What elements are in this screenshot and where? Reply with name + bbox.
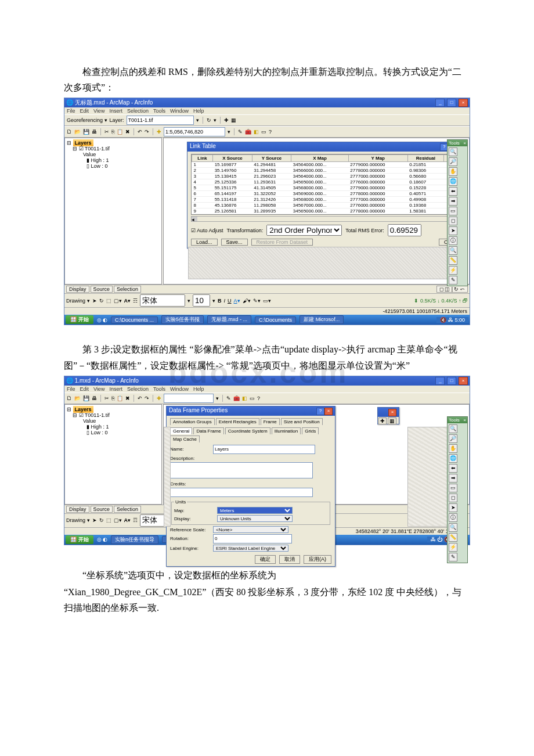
- scale-field[interactable]: [164, 394, 214, 403]
- identify-icon[interactable]: ⓘ: [449, 236, 457, 245]
- new-icon[interactable]: 🗋: [67, 129, 72, 135]
- hyperlink-icon[interactable]: ⚡: [449, 266, 457, 275]
- minimize-button[interactable]: _: [435, 377, 445, 385]
- system-tray[interactable]: 🔇 🖧 5:00: [436, 317, 468, 323]
- table-row[interactable]: 235.14976031.29445834566000.000...277800…: [192, 168, 456, 174]
- table-row[interactable]: 665.14419731.32205234569000.000...277800…: [192, 191, 456, 197]
- toc-tabs[interactable]: DisplaySourceSelection ◻ ◫ | ↻ ⤺: [64, 285, 470, 293]
- credits-field[interactable]: [170, 488, 313, 497]
- ok-button[interactable]: 确定: [255, 555, 276, 564]
- dialog-tabs[interactable]: Annotation GroupsExtent RectanglesFrameS…: [170, 418, 331, 425]
- display-units-dropdown[interactable]: Unknown Units: [217, 515, 293, 522]
- tools-palette[interactable]: Tools× 🔍🔎 ✋🌐 ⬅➡ ▭◻ ➤ⓘ 🔍📏 ⚡✎: [447, 139, 468, 286]
- add-data-icon[interactable]: ✚: [157, 129, 161, 135]
- transformation-dropdown[interactable]: 2nd Order Polynomial: [266, 225, 342, 236]
- georef-dropdown[interactable]: Georeferencing ▾: [67, 117, 107, 123]
- apply-button[interactable]: 应用(A): [304, 555, 331, 564]
- open-icon[interactable]: 📂: [74, 129, 81, 135]
- taskbar-item[interactable]: 新建 Microsof...: [300, 315, 344, 324]
- table-row[interactable]: 315.13841521.29602334564000.000...277700…: [192, 174, 456, 179]
- georef-float-toolbar[interactable]: × ✚▦: [377, 407, 399, 424]
- name-field[interactable]: [213, 445, 315, 454]
- table-row[interactable]: 555.15117541.31450534568000.000...277900…: [192, 185, 456, 191]
- description-field[interactable]: [170, 462, 313, 478]
- toc-layer[interactable]: T0011-1.tif: [85, 146, 110, 152]
- delete-icon[interactable]: ✖: [125, 129, 130, 135]
- taskbar-item[interactable]: C:\Documents: [255, 316, 296, 323]
- select-icon[interactable]: ▭: [449, 207, 457, 215]
- text-tool[interactable]: A▾: [124, 298, 131, 304]
- undo-icon[interactable]: ↶: [138, 129, 142, 135]
- menubar[interactable]: FileEditViewInsertSelectionToolsWindowHe…: [64, 386, 470, 393]
- pointer-icon[interactable]: ➤: [449, 226, 457, 235]
- measure-icon[interactable]: 📏: [449, 256, 457, 265]
- dialog-help-button[interactable]: ?: [316, 408, 324, 415]
- standard-toolbar[interactable]: 🗋 📂 💾 🖶 ✂ ⎘ 📋 ✖ ↶ ↷ ✚ ▾ ✎ 🧰 ◧ ▭: [64, 126, 470, 138]
- link-table[interactable]: LinkX SourceY SourceX MapY MapResidual✖ …: [192, 154, 456, 214]
- clear-sel-icon[interactable]: ◻: [449, 217, 457, 225]
- dialog-tabs-2[interactable]: GeneralData FrameCoordinate SystemIllumi…: [170, 427, 331, 442]
- toc-panel[interactable]: ⊟ Layers ⊟ ☑ T0011-1.tif Value ▮ High : …: [64, 404, 162, 505]
- tools-palette[interactable]: Tools× 🔍🔎✋🌐 ⬅➡▭◻ ➤ⓘ🔍📏 ⚡✎: [447, 416, 468, 563]
- map-canvas[interactable]: Data Frame Properties ?× Annotation Grou…: [163, 404, 470, 505]
- pan-icon[interactable]: ✋: [449, 167, 457, 176]
- select-element-icon[interactable]: ➤: [92, 298, 97, 304]
- table-row[interactable]: 845.13687611.29805834567000.000...277600…: [192, 203, 456, 208]
- copy-icon[interactable]: ⎘: [111, 129, 114, 135]
- maximize-button[interactable]: □: [447, 99, 456, 107]
- close-button[interactable]: ×: [459, 377, 468, 385]
- toolbox-icon[interactable]: 🧰: [245, 129, 251, 135]
- xy-icon[interactable]: ✎: [449, 276, 457, 285]
- editor-icon[interactable]: ✎: [238, 129, 243, 135]
- redo-icon[interactable]: ↷: [145, 129, 149, 135]
- link-icon[interactable]: ✚: [224, 117, 229, 123]
- dialog-close-button[interactable]: ×: [324, 408, 333, 415]
- next-extent-icon[interactable]: ➡: [449, 197, 457, 206]
- print-icon[interactable]: 🖶: [92, 129, 97, 135]
- table-row[interactable]: 925.12658131.28993534565000.000...277800…: [192, 208, 456, 214]
- table-row[interactable]: 115.16987741.29448134564000.000...277900…: [192, 162, 456, 168]
- maximize-button[interactable]: □: [447, 377, 456, 385]
- help-icon[interactable]: ?: [269, 129, 272, 135]
- rotation-field[interactable]: [213, 534, 292, 543]
- cmd-icon[interactable]: ▭: [261, 129, 266, 135]
- font-size-field[interactable]: [193, 294, 210, 307]
- menubar[interactable]: FileEditViewInsertSelectionToolsWindowHe…: [64, 107, 470, 114]
- standard-toolbar[interactable]: 🗋📂💾🖶 ✂⎘📋✖ ↶↷✚ ▾ ✎🧰◧▭?: [64, 393, 470, 404]
- find-icon[interactable]: 🔍: [449, 246, 457, 255]
- start-button[interactable]: 🪟 开始: [66, 535, 93, 544]
- minimize-button[interactable]: _: [435, 99, 445, 107]
- cut-icon[interactable]: ✂: [104, 129, 109, 135]
- start-button[interactable]: 🪟 开始: [66, 315, 93, 324]
- map-units-dropdown[interactable]: Meters: [217, 507, 293, 514]
- font-field[interactable]: [140, 294, 185, 307]
- toc-panel[interactable]: ⊟ Layers ⊟ ☑ T0011-1.tif Value ▮ High : …: [64, 138, 162, 285]
- layer-field[interactable]: [127, 116, 194, 125]
- label-engine-dropdown[interactable]: ESRI Standard Label Engine: [213, 545, 288, 552]
- table-icon[interactable]: ▦: [231, 117, 236, 123]
- palette-close-icon[interactable]: ×: [463, 141, 466, 146]
- close-button[interactable]: ×: [459, 99, 468, 107]
- zoom-in-icon[interactable]: 🔍: [449, 147, 457, 156]
- paste-icon[interactable]: 📋: [117, 129, 123, 135]
- save-button[interactable]: Save...: [221, 239, 248, 246]
- prev-extent-icon[interactable]: ⬅: [449, 187, 457, 196]
- refscale-dropdown[interactable]: <None>: [213, 526, 288, 533]
- auto-adjust-checkbox[interactable]: ☑ Auto Adjust: [191, 228, 223, 233]
- taskbar-item[interactable]: 实验n任务书报导: [111, 535, 158, 544]
- rotate-icon[interactable]: ↻: [207, 117, 211, 123]
- taskbar-item[interactable]: C:\Documents ...: [111, 316, 158, 323]
- zoom-out-icon[interactable]: 🔎: [449, 157, 457, 166]
- drawing-toolbar[interactable]: Drawing ▾ ➤↻⬚ ▢▾A▾☶ ▾ ▾ BIU A▾🖌▾✎▾▭▾ ⬍ 0…: [64, 293, 470, 307]
- scale-field[interactable]: [164, 127, 225, 136]
- map-canvas[interactable]: Link Table ? × LinkX SourceY SourceX Map…: [163, 138, 470, 285]
- save-icon[interactable]: 💾: [83, 129, 89, 135]
- full-extent-icon[interactable]: 🌐: [449, 177, 457, 186]
- taskbar-item[interactable]: 无标题.mxd - ...: [207, 315, 251, 324]
- cancel-button[interactable]: 取消: [279, 555, 300, 564]
- georef-toolbar[interactable]: Georeferencing ▾ Layer: ▾ ↻▾ ✚▦: [64, 114, 470, 126]
- taskbar-item[interactable]: 实验5任务书报: [161, 315, 204, 324]
- load-button[interactable]: Load...: [191, 239, 218, 246]
- taskbar[interactable]: 🪟 开始 ◎ ◐ C:\Documents ... 实验5任务书报 无标题.mx…: [64, 315, 470, 325]
- table-row[interactable]: 425.12533611.29363134565000.000...277600…: [192, 179, 456, 185]
